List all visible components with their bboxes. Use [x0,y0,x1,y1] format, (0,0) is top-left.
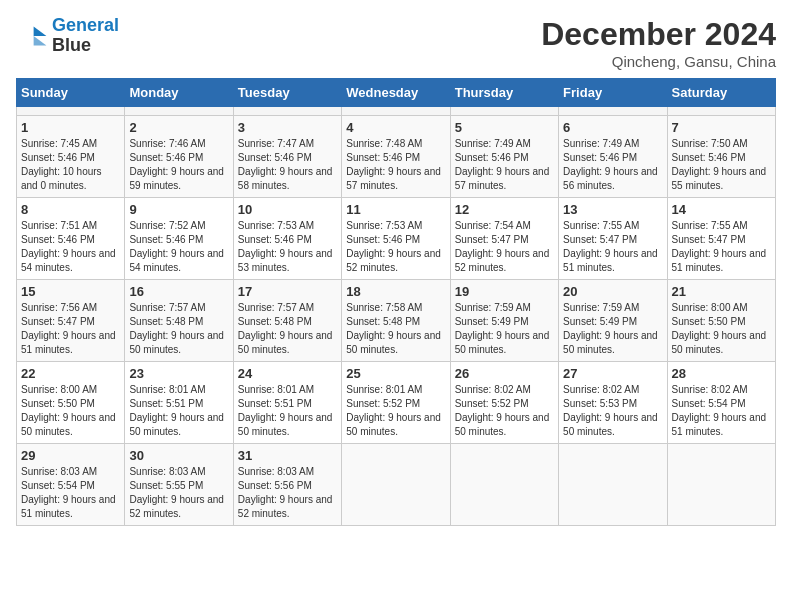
calendar-cell: 11 Sunrise: 7:53 AM Sunset: 5:46 PM Dayl… [342,198,450,280]
day-number: 3 [238,120,337,135]
month-title: December 2024 [541,16,776,53]
day-info: Sunrise: 7:58 AM Sunset: 5:48 PM Dayligh… [346,301,445,357]
calendar-table: SundayMondayTuesdayWednesdayThursdayFrid… [16,78,776,526]
day-number: 27 [563,366,662,381]
calendar-cell: 15 Sunrise: 7:56 AM Sunset: 5:47 PM Dayl… [17,280,125,362]
calendar-cell [667,107,775,116]
calendar-cell: 24 Sunrise: 8:01 AM Sunset: 5:51 PM Dayl… [233,362,341,444]
day-number: 20 [563,284,662,299]
calendar-cell: 21 Sunrise: 8:00 AM Sunset: 5:50 PM Dayl… [667,280,775,362]
calendar-cell: 9 Sunrise: 7:52 AM Sunset: 5:46 PM Dayli… [125,198,233,280]
day-info: Sunrise: 7:50 AM Sunset: 5:46 PM Dayligh… [672,137,771,193]
day-info: Sunrise: 7:52 AM Sunset: 5:46 PM Dayligh… [129,219,228,275]
weekday-header-wednesday: Wednesday [342,79,450,107]
calendar-cell: 12 Sunrise: 7:54 AM Sunset: 5:47 PM Dayl… [450,198,558,280]
calendar-cell: 17 Sunrise: 7:57 AM Sunset: 5:48 PM Dayl… [233,280,341,362]
day-info: Sunrise: 7:59 AM Sunset: 5:49 PM Dayligh… [563,301,662,357]
calendar-cell: 31 Sunrise: 8:03 AM Sunset: 5:56 PM Dayl… [233,444,341,526]
day-number: 8 [21,202,120,217]
day-info: Sunrise: 8:01 AM Sunset: 5:51 PM Dayligh… [129,383,228,439]
calendar-cell [233,107,341,116]
day-number: 11 [346,202,445,217]
day-info: Sunrise: 7:55 AM Sunset: 5:47 PM Dayligh… [672,219,771,275]
calendar-cell: 4 Sunrise: 7:48 AM Sunset: 5:46 PM Dayli… [342,116,450,198]
day-info: Sunrise: 7:51 AM Sunset: 5:46 PM Dayligh… [21,219,120,275]
day-number: 30 [129,448,228,463]
calendar-cell: 22 Sunrise: 8:00 AM Sunset: 5:50 PM Dayl… [17,362,125,444]
calendar-cell [125,107,233,116]
calendar-cell [559,444,667,526]
calendar-cell: 14 Sunrise: 7:55 AM Sunset: 5:47 PM Dayl… [667,198,775,280]
day-number: 1 [21,120,120,135]
svg-marker-0 [34,26,47,36]
day-number: 9 [129,202,228,217]
calendar-cell: 10 Sunrise: 7:53 AM Sunset: 5:46 PM Dayl… [233,198,341,280]
calendar-cell [667,444,775,526]
calendar-cell: 18 Sunrise: 7:58 AM Sunset: 5:48 PM Dayl… [342,280,450,362]
day-number: 6 [563,120,662,135]
day-info: Sunrise: 7:54 AM Sunset: 5:47 PM Dayligh… [455,219,554,275]
week-row-1 [17,107,776,116]
day-number: 14 [672,202,771,217]
calendar-cell: 1 Sunrise: 7:45 AM Sunset: 5:46 PM Dayli… [17,116,125,198]
day-number: 25 [346,366,445,381]
title-block: December 2024 Qincheng, Gansu, China [541,16,776,70]
weekday-header-tuesday: Tuesday [233,79,341,107]
day-info: Sunrise: 7:49 AM Sunset: 5:46 PM Dayligh… [563,137,662,193]
calendar-cell: 28 Sunrise: 8:02 AM Sunset: 5:54 PM Dayl… [667,362,775,444]
day-info: Sunrise: 7:56 AM Sunset: 5:47 PM Dayligh… [21,301,120,357]
calendar-cell [17,107,125,116]
day-number: 21 [672,284,771,299]
weekday-header-row: SundayMondayTuesdayWednesdayThursdayFrid… [17,79,776,107]
day-info: Sunrise: 8:02 AM Sunset: 5:53 PM Dayligh… [563,383,662,439]
day-number: 2 [129,120,228,135]
day-number: 7 [672,120,771,135]
week-row-2: 1 Sunrise: 7:45 AM Sunset: 5:46 PM Dayli… [17,116,776,198]
week-row-5: 22 Sunrise: 8:00 AM Sunset: 5:50 PM Dayl… [17,362,776,444]
calendar-cell: 3 Sunrise: 7:47 AM Sunset: 5:46 PM Dayli… [233,116,341,198]
calendar-cell: 8 Sunrise: 7:51 AM Sunset: 5:46 PM Dayli… [17,198,125,280]
day-info: Sunrise: 8:02 AM Sunset: 5:52 PM Dayligh… [455,383,554,439]
day-number: 22 [21,366,120,381]
svg-marker-1 [34,36,47,46]
calendar-cell: 30 Sunrise: 8:03 AM Sunset: 5:55 PM Dayl… [125,444,233,526]
day-info: Sunrise: 8:01 AM Sunset: 5:52 PM Dayligh… [346,383,445,439]
calendar-cell [450,444,558,526]
day-info: Sunrise: 7:59 AM Sunset: 5:49 PM Dayligh… [455,301,554,357]
weekday-header-sunday: Sunday [17,79,125,107]
day-number: 15 [21,284,120,299]
day-info: Sunrise: 7:48 AM Sunset: 5:46 PM Dayligh… [346,137,445,193]
week-row-4: 15 Sunrise: 7:56 AM Sunset: 5:47 PM Dayl… [17,280,776,362]
calendar-cell: 16 Sunrise: 7:57 AM Sunset: 5:48 PM Dayl… [125,280,233,362]
day-number: 23 [129,366,228,381]
day-info: Sunrise: 7:57 AM Sunset: 5:48 PM Dayligh… [129,301,228,357]
day-number: 5 [455,120,554,135]
calendar-cell [342,444,450,526]
day-number: 29 [21,448,120,463]
day-info: Sunrise: 8:03 AM Sunset: 5:54 PM Dayligh… [21,465,120,521]
calendar-cell [342,107,450,116]
calendar-cell: 27 Sunrise: 8:02 AM Sunset: 5:53 PM Dayl… [559,362,667,444]
calendar-cell: 5 Sunrise: 7:49 AM Sunset: 5:46 PM Dayli… [450,116,558,198]
day-info: Sunrise: 7:47 AM Sunset: 5:46 PM Dayligh… [238,137,337,193]
week-row-3: 8 Sunrise: 7:51 AM Sunset: 5:46 PM Dayli… [17,198,776,280]
day-info: Sunrise: 7:53 AM Sunset: 5:46 PM Dayligh… [346,219,445,275]
logo-text: General Blue [52,16,119,56]
weekday-header-thursday: Thursday [450,79,558,107]
day-info: Sunrise: 7:53 AM Sunset: 5:46 PM Dayligh… [238,219,337,275]
day-number: 24 [238,366,337,381]
week-row-6: 29 Sunrise: 8:03 AM Sunset: 5:54 PM Dayl… [17,444,776,526]
calendar-cell: 7 Sunrise: 7:50 AM Sunset: 5:46 PM Dayli… [667,116,775,198]
calendar-cell: 13 Sunrise: 7:55 AM Sunset: 5:47 PM Dayl… [559,198,667,280]
day-number: 28 [672,366,771,381]
calendar-cell: 19 Sunrise: 7:59 AM Sunset: 5:49 PM Dayl… [450,280,558,362]
day-number: 19 [455,284,554,299]
logo-icon [16,20,48,52]
day-info: Sunrise: 7:46 AM Sunset: 5:46 PM Dayligh… [129,137,228,193]
day-number: 26 [455,366,554,381]
location-subtitle: Qincheng, Gansu, China [541,53,776,70]
day-number: 10 [238,202,337,217]
weekday-header-monday: Monday [125,79,233,107]
calendar-cell: 29 Sunrise: 8:03 AM Sunset: 5:54 PM Dayl… [17,444,125,526]
logo: General Blue [16,16,119,56]
